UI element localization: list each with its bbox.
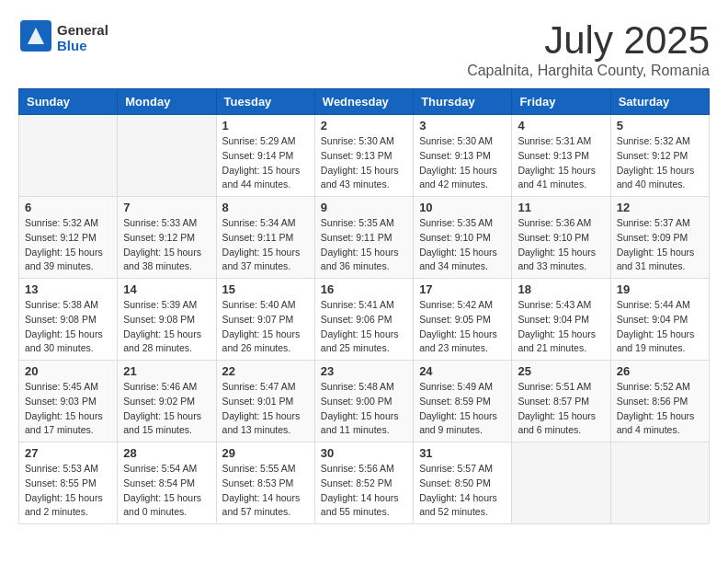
day-number: 4	[518, 119, 604, 132]
table-row	[19, 115, 118, 197]
day-number: 20	[25, 364, 111, 378]
day-info: Sunrise: 5:54 AM Sunset: 8:54 PM Dayligh…	[123, 462, 210, 520]
header-tuesday: Tuesday	[216, 89, 314, 115]
day-number: 11	[518, 201, 604, 214]
day-number: 6	[25, 201, 111, 214]
day-number: 14	[123, 282, 210, 296]
day-info: Sunrise: 5:37 AM Sunset: 9:09 PM Dayligh…	[617, 216, 703, 274]
calendar-week-row: 20Sunrise: 5:45 AM Sunset: 9:03 PM Dayli…	[19, 361, 710, 442]
day-number: 16	[321, 282, 407, 296]
day-info: Sunrise: 5:48 AM Sunset: 9:00 PM Dayligh…	[321, 380, 407, 438]
month-title: July 2025	[467, 18, 710, 63]
calendar-week-row: 27Sunrise: 5:53 AM Sunset: 8:55 PM Dayli…	[19, 442, 710, 524]
location-subtitle: Capalnita, Harghita County, Romania	[467, 63, 710, 79]
day-number: 19	[617, 282, 703, 296]
day-number: 1	[222, 119, 309, 132]
day-number: 18	[518, 282, 604, 296]
header-thursday: Thursday	[414, 89, 512, 115]
day-number: 22	[222, 364, 309, 378]
table-row: 7Sunrise: 5:33 AM Sunset: 9:12 PM Daylig…	[118, 197, 216, 279]
day-info: Sunrise: 5:35 AM Sunset: 9:11 PM Dayligh…	[321, 216, 407, 274]
day-info: Sunrise: 5:49 AM Sunset: 8:59 PM Dayligh…	[419, 380, 506, 438]
table-row: 27Sunrise: 5:53 AM Sunset: 8:55 PM Dayli…	[19, 442, 118, 524]
title-block: July 2025 Capalnita, Harghita County, Ro…	[467, 18, 710, 79]
day-number: 3	[419, 119, 506, 132]
table-row: 14Sunrise: 5:39 AM Sunset: 9:08 PM Dayli…	[118, 279, 216, 361]
day-info: Sunrise: 5:44 AM Sunset: 9:04 PM Dayligh…	[617, 298, 703, 356]
table-row: 18Sunrise: 5:43 AM Sunset: 9:04 PM Dayli…	[512, 279, 610, 361]
table-row: 5Sunrise: 5:32 AM Sunset: 9:12 PM Daylig…	[610, 115, 709, 197]
day-info: Sunrise: 5:46 AM Sunset: 9:02 PM Dayligh…	[123, 380, 210, 438]
logo-general: General	[57, 22, 108, 38]
table-row: 17Sunrise: 5:42 AM Sunset: 9:05 PM Dayli…	[414, 279, 512, 361]
day-info: Sunrise: 5:30 AM Sunset: 9:13 PM Dayligh…	[419, 134, 506, 192]
header-friday: Friday	[512, 89, 610, 115]
table-row	[118, 115, 216, 197]
table-row: 4Sunrise: 5:31 AM Sunset: 9:13 PM Daylig…	[512, 115, 610, 197]
day-number: 30	[321, 446, 407, 460]
table-row: 6Sunrise: 5:32 AM Sunset: 9:12 PM Daylig…	[19, 197, 118, 279]
day-info: Sunrise: 5:42 AM Sunset: 9:05 PM Dayligh…	[419, 298, 506, 356]
day-info: Sunrise: 5:30 AM Sunset: 9:13 PM Dayligh…	[321, 134, 407, 192]
logo: General Blue	[18, 18, 108, 57]
day-info: Sunrise: 5:51 AM Sunset: 8:57 PM Dayligh…	[518, 380, 604, 438]
calendar-header-row: Sunday Monday Tuesday Wednesday Thursday…	[19, 89, 710, 115]
day-info: Sunrise: 5:56 AM Sunset: 8:52 PM Dayligh…	[321, 462, 407, 520]
table-row: 15Sunrise: 5:40 AM Sunset: 9:07 PM Dayli…	[216, 279, 314, 361]
day-number: 17	[419, 282, 506, 296]
table-row: 3Sunrise: 5:30 AM Sunset: 9:13 PM Daylig…	[414, 115, 512, 197]
day-number: 24	[419, 364, 506, 378]
table-row: 31Sunrise: 5:57 AM Sunset: 8:50 PM Dayli…	[414, 442, 512, 524]
calendar-week-row: 6Sunrise: 5:32 AM Sunset: 9:12 PM Daylig…	[19, 197, 710, 279]
table-row	[610, 442, 709, 524]
table-row: 13Sunrise: 5:38 AM Sunset: 9:08 PM Dayli…	[19, 279, 118, 361]
table-row: 9Sunrise: 5:35 AM Sunset: 9:11 PM Daylig…	[314, 197, 413, 279]
table-row: 30Sunrise: 5:56 AM Sunset: 8:52 PM Dayli…	[314, 442, 413, 524]
day-number: 26	[617, 364, 703, 378]
day-info: Sunrise: 5:34 AM Sunset: 9:11 PM Dayligh…	[222, 216, 309, 274]
header-wednesday: Wednesday	[314, 89, 413, 115]
table-row: 20Sunrise: 5:45 AM Sunset: 9:03 PM Dayli…	[19, 361, 118, 442]
day-number: 5	[617, 119, 703, 132]
table-row: 12Sunrise: 5:37 AM Sunset: 9:09 PM Dayli…	[610, 197, 709, 279]
day-info: Sunrise: 5:57 AM Sunset: 8:50 PM Dayligh…	[419, 462, 506, 520]
page-header: General Blue July 2025 Capalnita, Harghi…	[18, 18, 710, 79]
day-number: 8	[222, 201, 309, 214]
table-row: 19Sunrise: 5:44 AM Sunset: 9:04 PM Dayli…	[610, 279, 709, 361]
table-row: 1Sunrise: 5:29 AM Sunset: 9:14 PM Daylig…	[216, 115, 314, 197]
day-number: 9	[321, 201, 407, 214]
day-info: Sunrise: 5:52 AM Sunset: 8:56 PM Dayligh…	[617, 380, 703, 438]
day-number: 2	[321, 119, 407, 132]
table-row: 24Sunrise: 5:49 AM Sunset: 8:59 PM Dayli…	[414, 361, 512, 442]
table-row: 16Sunrise: 5:41 AM Sunset: 9:06 PM Dayli…	[314, 279, 413, 361]
day-info: Sunrise: 5:53 AM Sunset: 8:55 PM Dayligh…	[25, 462, 111, 520]
calendar-table: Sunday Monday Tuesday Wednesday Thursday…	[18, 88, 710, 524]
day-info: Sunrise: 5:32 AM Sunset: 9:12 PM Dayligh…	[25, 216, 111, 274]
day-info: Sunrise: 5:33 AM Sunset: 9:12 PM Dayligh…	[123, 216, 210, 274]
day-info: Sunrise: 5:31 AM Sunset: 9:13 PM Dayligh…	[518, 134, 604, 192]
table-row: 10Sunrise: 5:35 AM Sunset: 9:10 PM Dayli…	[414, 197, 512, 279]
table-row: 11Sunrise: 5:36 AM Sunset: 9:10 PM Dayli…	[512, 197, 610, 279]
day-number: 27	[25, 446, 111, 460]
day-info: Sunrise: 5:36 AM Sunset: 9:10 PM Dayligh…	[518, 216, 604, 274]
day-info: Sunrise: 5:45 AM Sunset: 9:03 PM Dayligh…	[25, 380, 111, 438]
day-number: 28	[123, 446, 210, 460]
table-row: 25Sunrise: 5:51 AM Sunset: 8:57 PM Dayli…	[512, 361, 610, 442]
day-number: 15	[222, 282, 309, 296]
day-info: Sunrise: 5:40 AM Sunset: 9:07 PM Dayligh…	[222, 298, 309, 356]
table-row: 23Sunrise: 5:48 AM Sunset: 9:00 PM Dayli…	[314, 361, 413, 442]
logo-icon	[18, 18, 53, 53]
day-info: Sunrise: 5:43 AM Sunset: 9:04 PM Dayligh…	[518, 298, 604, 356]
table-row: 29Sunrise: 5:55 AM Sunset: 8:53 PM Dayli…	[216, 442, 314, 524]
table-row: 22Sunrise: 5:47 AM Sunset: 9:01 PM Dayli…	[216, 361, 314, 442]
table-row: 8Sunrise: 5:34 AM Sunset: 9:11 PM Daylig…	[216, 197, 314, 279]
day-number: 21	[123, 364, 210, 378]
day-info: Sunrise: 5:39 AM Sunset: 9:08 PM Dayligh…	[123, 298, 210, 356]
day-info: Sunrise: 5:38 AM Sunset: 9:08 PM Dayligh…	[25, 298, 111, 356]
day-number: 23	[321, 364, 407, 378]
day-number: 7	[123, 201, 210, 214]
day-info: Sunrise: 5:41 AM Sunset: 9:06 PM Dayligh…	[321, 298, 407, 356]
table-row: 28Sunrise: 5:54 AM Sunset: 8:54 PM Dayli…	[118, 442, 216, 524]
calendar-week-row: 13Sunrise: 5:38 AM Sunset: 9:08 PM Dayli…	[19, 279, 710, 361]
day-number: 10	[419, 201, 506, 214]
